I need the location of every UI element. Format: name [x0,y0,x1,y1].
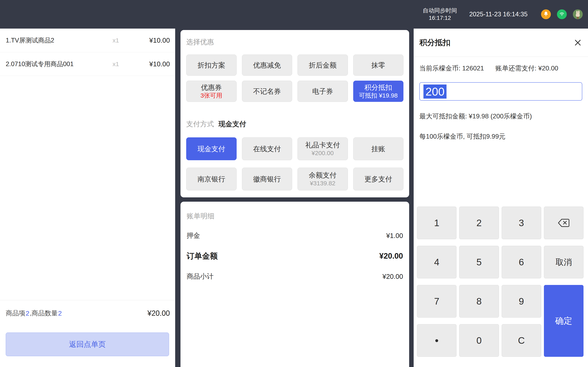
online-payment-button[interactable]: 在线支付 [242,137,292,160]
numeric-keypad: 1 2 3 4 5 6 取消 7 8 9 确定 • 0 C [417,207,583,357]
button-label: 优惠券 [201,83,222,92]
account-balance: ¥3139.82 [310,180,336,187]
button-label: 徽商银行 [253,175,281,183]
keypad-1[interactable]: 1 [417,207,456,239]
keypad-decimal[interactable]: • [417,324,456,357]
selected-payment-method: 现金支付 [218,119,246,129]
points-deduction-button[interactable]: 积分抵扣 可抵扣 ¥19.98 [353,81,404,102]
summary-items-count: 2 [25,310,30,317]
keypad-confirm-button[interactable]: 确定 [544,285,583,357]
topbar: 自动同步时间 16:17:12 2025-11-23 16:14:35 [0,0,588,29]
points-deduction-panel: 积分抵扣 当前乐檬金币: 126021 账单还需支付: ¥20.00 200 最… [414,29,588,367]
bill-row-value: ¥20.00 [379,252,403,260]
keypad-3[interactable]: 3 [502,207,541,239]
button-label: 折后金额 [309,61,336,69]
balance-payment-button[interactable]: 余额支付 ¥3139.82 [297,167,348,191]
points-panel-title: 积分抵扣 [419,37,450,48]
keypad-9[interactable]: 9 [502,285,541,317]
notification-bell-button[interactable] [541,9,551,19]
points-deductible-amount: 可抵扣 ¥19.98 [359,92,398,99]
cart-item-price: ¥10.00 [131,37,170,44]
offers-payment-card: 选择优惠 折扣方案 优惠减免 折后金额 抹零 优惠券 3张可用 不记名券 电子券… [180,30,409,197]
button-label: 抹零 [371,61,385,69]
summary-qty-label: ,商品数量 [30,309,58,318]
cart-panel: 1.TV屏测试商品2 x1 ¥10.00 2.0710测试专用商品001 x1 … [0,29,175,367]
discount-button-grid: 折扣方案 优惠减免 折后金额 抹零 优惠券 3张可用 不记名券 电子券 积分抵扣… [186,55,403,102]
bill-row-deposit: 押金 ¥1.00 [187,231,403,240]
credit-account-button[interactable]: 挂账 [353,137,404,160]
cart-summary: 商品项 2 ,商品数量 2 ¥20.00 [6,309,170,318]
discount-reduction-button[interactable]: 优惠减免 [242,55,292,76]
cart-item-price: ¥10.00 [131,60,170,68]
bill-section-title: 账单明细 [187,211,403,220]
cart-item-name: 2.0710测试专用商品001 [6,60,101,68]
cart-total: ¥20.00 [147,309,170,317]
cart-item-qty: x1 [101,61,131,67]
coupon-available-badge: 3张可用 [201,92,222,99]
keypad-7[interactable]: 7 [417,285,456,317]
button-label: 挂账 [371,145,385,153]
bill-row-label: 押金 [187,231,200,240]
network-status-button[interactable] [557,9,567,19]
bill-row-subtotal: 商品小计 ¥20.00 [187,272,403,281]
auto-sync-value: 16:17:12 [423,14,457,22]
points-amount-input[interactable]: 200 [419,82,582,101]
button-label: 电子券 [312,87,333,95]
cash-payment-button[interactable]: 现金支付 [186,137,237,160]
keypad-backspace[interactable] [544,207,583,239]
button-label: 不记名券 [253,87,281,95]
user-avatar[interactable] [573,9,583,19]
cart-item-row[interactable]: 2.0710测试专用商品001 x1 ¥10.00 [0,52,175,76]
close-icon [574,39,582,47]
payment-button-grid: 现金支付 在线支付 礼品卡支付 ¥200.00 挂账 南京银行 徽商银行 余额支… [186,137,403,191]
nanjing-bank-button[interactable]: 南京银行 [186,167,237,191]
anonymous-voucher-button[interactable]: 不记名券 [242,81,292,102]
discount-plan-button[interactable]: 折扣方案 [186,55,237,76]
button-label: 在线支付 [253,145,281,153]
points-panel-header: 积分抵扣 [414,29,588,57]
auto-sync-label: 自动同步时间 [423,7,457,14]
close-button[interactable] [573,38,582,47]
bill-detail-card: 账单明细 押金 ¥1.00 订单金额 ¥20.00 商品小计 ¥20.00 [180,202,409,367]
amount-due-text: 账单还需支付: ¥20.00 [496,64,558,73]
more-payment-button[interactable]: 更多支付 [353,167,404,191]
cart-item-qty: x1 [101,37,131,44]
coupon-button[interactable]: 优惠券 3张可用 [186,81,237,102]
keypad-2[interactable]: 2 [459,207,499,239]
bill-row-label: 订单金额 [187,251,218,261]
bill-row-value: ¥1.00 [386,232,403,240]
wifi-icon [559,11,565,18]
button-label: 现金支付 [197,145,225,153]
current-coins-text: 当前乐檬金币: 126021 [419,64,484,73]
summary-qty-count: 2 [58,310,62,317]
keypad-cancel-button[interactable]: 取消 [544,246,583,278]
keypad-clear[interactable]: C [502,324,541,357]
huishang-bank-button[interactable]: 徽商银行 [242,167,292,191]
button-label: 优惠减免 [253,61,281,69]
cart-item-row[interactable]: 1.TV屏测试商品2 x1 ¥10.00 [0,29,175,52]
keypad-5[interactable]: 5 [459,246,499,278]
discounted-amount-button[interactable]: 折后金额 [297,55,348,76]
points-input-selected-value: 200 [423,84,446,99]
cart-item-name: 1.TV屏测试商品2 [6,36,101,45]
auto-sync-time: 自动同步时间 16:17:12 [423,7,457,22]
button-label: 更多支付 [364,175,392,183]
keypad-6[interactable]: 6 [502,246,541,278]
gift-card-balance: ¥200.00 [311,150,334,157]
back-to-order-page-button[interactable]: 返回点单页 [6,333,169,356]
cart-footer: 商品项 2 ,商品数量 2 ¥20.00 返回点单页 [0,300,175,356]
e-voucher-button[interactable]: 电子券 [297,81,348,102]
backspace-icon [557,218,570,228]
gift-card-payment-button[interactable]: 礼品卡支付 ¥200.00 [297,137,348,160]
keypad-4[interactable]: 4 [417,246,456,278]
button-label: 礼品卡支付 [305,141,340,149]
button-label: 折扣方案 [197,61,225,69]
keypad-8[interactable]: 8 [459,285,499,317]
payment-section-title: 支付方式 [186,119,214,128]
points-panel-body: 当前乐檬金币: 126021 账单还需支付: ¥20.00 200 最大可抵扣金… [414,64,588,141]
button-label: 南京银行 [197,175,225,183]
keypad-0[interactable]: 0 [459,324,499,357]
round-off-button[interactable]: 抹零 [353,55,404,76]
points-info-line: 当前乐檬金币: 126021 账单还需支付: ¥20.00 [419,64,582,73]
offers-section-title: 选择优惠 [186,37,403,46]
